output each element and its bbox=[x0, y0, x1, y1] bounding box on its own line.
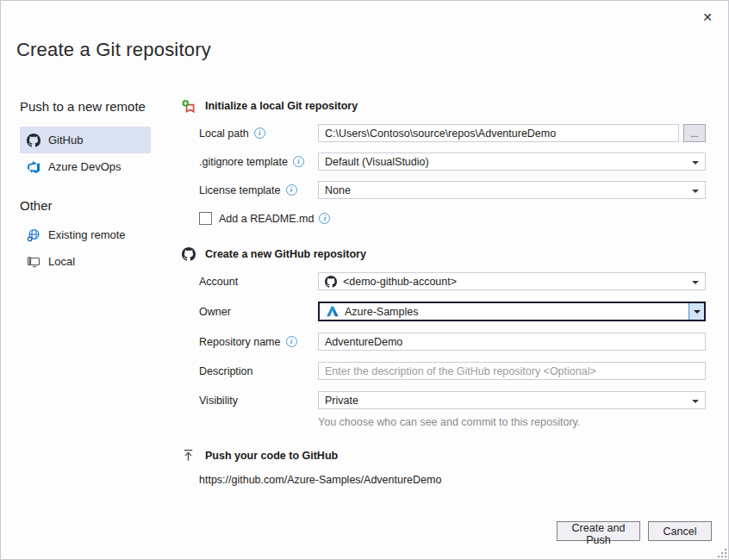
label-text: Local path bbox=[199, 128, 249, 140]
label-text: License template bbox=[199, 184, 281, 196]
gitignore-template-dropdown[interactable]: Default (VisualStudio) bbox=[318, 152, 706, 171]
section-title: Initialize a local Git repository bbox=[205, 100, 358, 112]
github-icon bbox=[27, 134, 40, 147]
close-icon[interactable]: ✕ bbox=[697, 8, 718, 27]
label-text: Add a README.md bbox=[219, 213, 314, 225]
selected-value: Default (VisualStudio) bbox=[325, 156, 429, 168]
account-label: Account bbox=[199, 276, 318, 288]
push-section-header: Push your code to GitHub bbox=[182, 449, 709, 463]
browse-button[interactable]: ... bbox=[683, 124, 706, 142]
info-icon[interactable] bbox=[286, 336, 297, 347]
selected-value: None bbox=[325, 184, 351, 196]
selected-value: Private bbox=[325, 395, 358, 407]
github-section-header: Create a new GitHub repository bbox=[182, 247, 709, 261]
main-panel: Initialize a local Git repository Local … bbox=[182, 99, 709, 486]
visibility-dropdown[interactable]: Private bbox=[318, 391, 706, 409]
sidebar: Push to a new remote GitHub Azure DevOps… bbox=[20, 99, 151, 275]
sidebar-header-push: Push to a new remote bbox=[20, 99, 151, 114]
repository-name-input[interactable] bbox=[318, 333, 706, 351]
create-git-repository-dialog: ✕ Create a Git repository Push to a new … bbox=[0, 0, 729, 560]
label-text: .gitignore template bbox=[199, 156, 288, 168]
chevron-down-icon bbox=[694, 310, 701, 314]
create-and-push-button[interactable]: Create and Push bbox=[557, 521, 640, 541]
license-label: License template bbox=[199, 184, 318, 196]
section-title: Create a new GitHub repository bbox=[205, 248, 366, 260]
visibility-label: Visibility bbox=[199, 395, 318, 407]
owner-dropdown[interactable]: Azure-Samples bbox=[318, 302, 706, 321]
dropdown-button[interactable] bbox=[688, 303, 704, 320]
readme-row: Add a README.md bbox=[199, 212, 706, 225]
info-icon[interactable] bbox=[293, 156, 304, 167]
description-label: Description bbox=[199, 365, 318, 377]
repository-name-label: Repository name bbox=[199, 336, 318, 348]
sidebar-item-label: Existing remote bbox=[48, 228, 126, 241]
selected-value: <demo-github-account> bbox=[343, 276, 457, 288]
sidebar-item-github[interactable]: GitHub bbox=[20, 127, 151, 153]
local-path-row: ... bbox=[318, 124, 706, 142]
github-icon bbox=[325, 276, 337, 288]
gitignore-label: .gitignore template bbox=[199, 156, 318, 168]
owner-label: Owner bbox=[199, 306, 318, 318]
azure-icon bbox=[326, 305, 339, 318]
github-icon bbox=[182, 247, 196, 261]
local-path-input[interactable] bbox=[318, 124, 679, 142]
info-icon[interactable] bbox=[254, 128, 265, 139]
init-section-header: Initialize a local Git repository bbox=[182, 99, 709, 113]
chevron-down-icon bbox=[692, 400, 699, 403]
selected-value: Azure-Samples bbox=[345, 306, 418, 318]
label-text: Visibility bbox=[199, 395, 238, 407]
visibility-help-text: You choose who can see and commit to thi… bbox=[318, 416, 706, 428]
readme-label: Add a README.md bbox=[219, 213, 330, 225]
sidebar-header-other: Other bbox=[20, 198, 151, 213]
sidebar-item-label: Azure DevOps bbox=[48, 160, 122, 173]
sidebar-item-label: GitHub bbox=[48, 134, 83, 146]
repository-url: https://github.com/Azure-Samples/Adventu… bbox=[199, 474, 709, 486]
sidebar-item-local[interactable]: Local bbox=[20, 248, 151, 275]
resize-grip[interactable] bbox=[717, 548, 726, 557]
local-path-label: Local path bbox=[199, 128, 318, 140]
chevron-down-icon bbox=[692, 190, 699, 193]
label-text: Description bbox=[199, 365, 253, 377]
chevron-down-icon bbox=[692, 281, 699, 284]
globe-link-icon bbox=[27, 228, 40, 242]
sidebar-item-existing-remote[interactable]: Existing remote bbox=[20, 221, 151, 248]
label-text: Owner bbox=[199, 306, 231, 318]
info-icon[interactable] bbox=[319, 213, 330, 224]
description-input[interactable] bbox=[318, 362, 706, 380]
readme-checkbox[interactable] bbox=[199, 212, 212, 225]
sidebar-item-label: Local bbox=[48, 255, 75, 268]
label-text: Repository name bbox=[199, 336, 281, 348]
info-icon[interactable] bbox=[286, 184, 297, 196]
section-title: Push your code to GitHub bbox=[205, 450, 338, 462]
upload-icon bbox=[182, 449, 196, 463]
azure-devops-icon bbox=[27, 160, 40, 174]
label-text: Account bbox=[199, 276, 238, 288]
chevron-down-icon bbox=[692, 161, 699, 165]
sidebar-item-azure-devops[interactable]: Azure DevOps bbox=[20, 153, 151, 180]
monitor-icon bbox=[27, 255, 40, 269]
cancel-button[interactable]: Cancel bbox=[648, 521, 712, 541]
new-repository-icon bbox=[182, 99, 196, 113]
license-template-dropdown[interactable]: None bbox=[318, 181, 706, 199]
page-title: Create a Git repository bbox=[16, 39, 211, 61]
account-dropdown[interactable]: <demo-github-account> bbox=[318, 272, 706, 290]
